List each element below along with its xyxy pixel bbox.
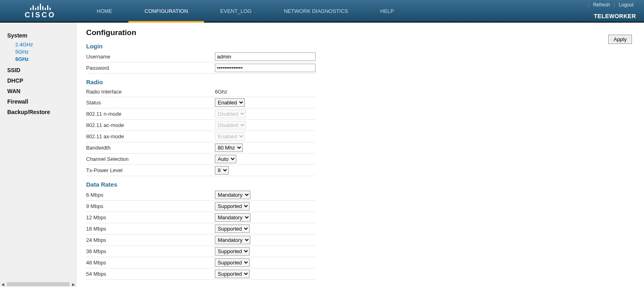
top-bar: CISCO HOME CONFIGURATION EVENT_LOG NETWO…: [0, 0, 644, 23]
rate-label: 24 Mbps: [86, 234, 215, 245]
sidebar-item-firewall[interactable]: Firewall: [7, 98, 72, 105]
status-label: Status: [86, 97, 215, 108]
txpower-select[interactable]: 8: [215, 166, 229, 175]
sidebar-item-ssid[interactable]: SSID: [7, 67, 72, 73]
acmode-label: 802.11 ac-mode: [86, 119, 215, 131]
bandwidth-select[interactable]: 80 Mhz: [215, 144, 243, 152]
nmode-label: 802.11 n-mode: [86, 108, 215, 119]
rate-select-36[interactable]: Supported: [215, 247, 250, 256]
cisco-logo-icon: [30, 3, 51, 10]
scroll-track[interactable]: [7, 282, 70, 285]
sidebar-sub-24ghz[interactable]: 2.4GHz: [15, 41, 72, 48]
nav-configuration[interactable]: CONFIGURATION: [128, 0, 204, 22]
rate-label: 9 Mbps: [86, 200, 215, 212]
username-label: Username: [86, 51, 215, 62]
refresh-link[interactable]: Refresh: [590, 2, 612, 8]
axmode-label: 802.11 ax-mode: [86, 131, 215, 142]
main-nav: HOME CONFIGURATION EVENT_LOG NETWORK DIA…: [80, 0, 410, 22]
rate-select-48[interactable]: Supported: [215, 258, 250, 267]
sidebar-sub-6ghz[interactable]: 6GHz: [15, 56, 72, 63]
txpower-label: Tx-Power Level: [86, 164, 215, 176]
data-rates-table: 6 Mbps Mandatory 9 Mbps Supported 12 Mbp…: [86, 189, 316, 280]
password-label: Password: [86, 62, 215, 74]
sidebar-item-system[interactable]: System: [7, 32, 72, 39]
rate-label: 18 Mbps: [86, 223, 215, 234]
nav-home[interactable]: HOME: [80, 0, 128, 22]
section-data-rates-title: Data Rates: [86, 181, 634, 188]
radio-interface-label: Radio Interface: [86, 87, 215, 97]
status-select[interactable]: Enabled: [215, 98, 245, 107]
sidebar: System 2.4GHz 5GHz 6GHz SSID DHCP WAN Fi…: [0, 23, 76, 285]
channel-select[interactable]: Auto: [215, 155, 236, 163]
axmode-select: Enabled: [215, 132, 245, 141]
sidebar-item-wan[interactable]: WAN: [7, 88, 72, 94]
rate-select-12[interactable]: Mandatory: [215, 213, 250, 222]
nav-help[interactable]: HELP: [364, 0, 410, 22]
bandwidth-label: Bandwidth: [86, 142, 215, 153]
cisco-logo-text: CISCO: [25, 11, 56, 19]
rate-select-54[interactable]: Supported: [215, 270, 250, 278]
rate-label: 54 Mbps: [86, 268, 215, 279]
acmode-select: Disabled: [215, 121, 246, 129]
radio-interface-value: 6Ghz: [215, 87, 316, 97]
role-label: TELEWORKER: [594, 13, 636, 19]
username-input[interactable]: [215, 52, 316, 61]
scroll-right-icon[interactable]: ▶: [71, 282, 76, 285]
rate-select-18[interactable]: Supported: [215, 225, 250, 233]
rate-label: 12 Mbps: [86, 212, 215, 223]
sidebar-hscroll[interactable]: ◀ ▶: [0, 281, 76, 285]
rate-select-9[interactable]: Supported: [215, 202, 250, 210]
login-table: Username Password: [86, 51, 316, 74]
page-title: Configuration: [86, 28, 634, 37]
rate-label: 36 Mbps: [86, 245, 215, 257]
apply-button[interactable]: Apply: [608, 35, 632, 44]
rate-select-24[interactable]: Mandatory: [215, 236, 250, 244]
content: Configuration Apply Login Username Passw…: [76, 23, 644, 285]
sidebar-sub-5ghz[interactable]: 5GHz: [15, 48, 72, 56]
cisco-logo: CISCO: [0, 3, 80, 19]
scroll-left-icon[interactable]: ◀: [0, 282, 6, 285]
sidebar-item-dhcp[interactable]: DHCP: [7, 77, 72, 84]
top-right-links: | Refresh | Logout: [588, 2, 636, 8]
channel-label: Channel Selection: [86, 153, 215, 164]
radio-table: Radio Interface 6Ghz Status Enabled 802.…: [86, 87, 316, 176]
section-login-title: Login: [86, 43, 634, 50]
rate-label: 48 Mbps: [86, 257, 215, 268]
rate-label: 6 Mbps: [86, 189, 215, 201]
logout-link[interactable]: Logout: [616, 2, 636, 8]
nav-network-diagnostics[interactable]: NETWORK DIAGNOSTICS: [268, 0, 364, 22]
nav-event-log[interactable]: EVENT_LOG: [204, 0, 268, 22]
sidebar-item-backup-restore[interactable]: Backup/Restore: [7, 109, 72, 115]
rate-select-6[interactable]: Mandatory: [215, 191, 250, 199]
password-input[interactable]: [215, 64, 316, 72]
section-radio-title: Radio: [86, 79, 634, 85]
nmode-select: Disabled: [215, 110, 246, 118]
